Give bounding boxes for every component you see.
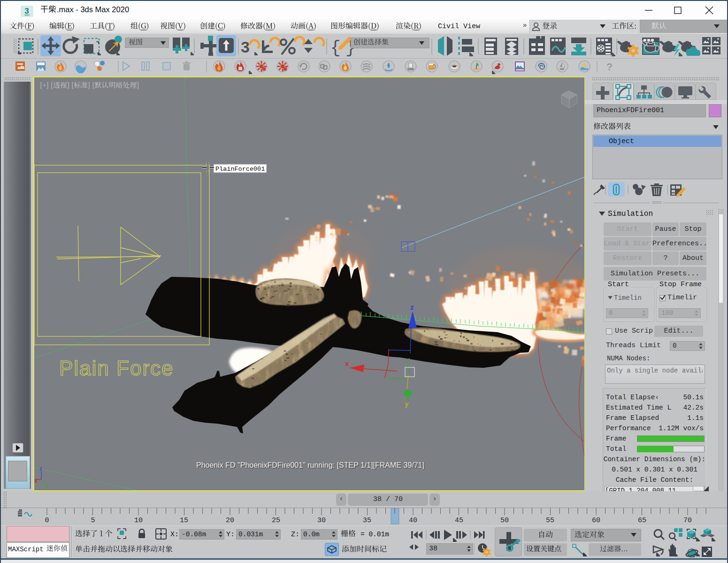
svg-text:z: z: [410, 303, 414, 311]
svg-text:y: y: [405, 400, 409, 408]
svg-text:40: 40: [409, 517, 417, 525]
svg-text:15: 15: [180, 517, 188, 525]
svg-text:45: 45: [455, 517, 463, 525]
svg-text:Plain Force: Plain Force: [59, 357, 174, 380]
svg-text:x: x: [34, 478, 38, 484]
svg-text:5: 5: [91, 517, 95, 525]
svg-text:10: 10: [134, 517, 143, 525]
svg-text:55: 55: [546, 517, 554, 525]
svg-text:60: 60: [592, 517, 600, 525]
svg-text:Phoenix FD "PhoenixFDFire001": Phoenix FD "PhoenixFDFire001" running: […: [196, 461, 424, 469]
svg-text:50: 50: [500, 517, 509, 525]
svg-text:x: x: [345, 359, 349, 367]
svg-text:70: 70: [683, 517, 692, 525]
svg-text:35: 35: [363, 517, 371, 525]
svg-text:PlainForce001: PlainForce001: [215, 166, 265, 173]
svg-text:30: 30: [317, 517, 326, 525]
svg-text:25: 25: [272, 517, 280, 525]
svg-text:0: 0: [45, 517, 49, 525]
svg-text:65: 65: [638, 517, 646, 525]
svg-text:3: 3: [241, 38, 250, 56]
svg-text:MAX: MAX: [25, 14, 31, 16]
svg-text:?: ?: [606, 62, 613, 74]
svg-text:20: 20: [226, 517, 234, 525]
svg-text:z: z: [39, 465, 42, 472]
svg-text:y: y: [45, 483, 48, 489]
